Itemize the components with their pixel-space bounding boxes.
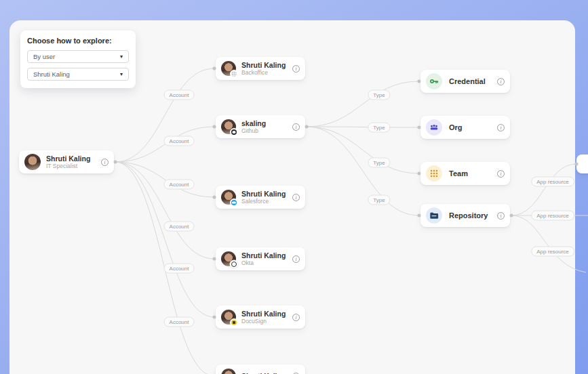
account-node-github[interactable]: skaling Github i (216, 115, 305, 138)
user-avatar (221, 251, 236, 266)
edge-connector-dot (114, 161, 117, 164)
account-name: Shruti Kaling (241, 61, 292, 69)
account-name: Shruti Kaling (241, 190, 292, 198)
edge-connector-dot (575, 163, 579, 166)
edge-connector-dot (305, 125, 309, 129)
user-node[interactable]: Shruti Kaling IT Specialist i (19, 150, 114, 173)
repository-folder-icon (426, 207, 442, 224)
edge-connector-dot (418, 126, 421, 129)
team-grid-icon (426, 165, 442, 182)
edge-label-account: Account (164, 90, 195, 100)
explore-mode-value: By user (33, 53, 55, 60)
explore-mode-dropdown[interactable]: By user ▾ (27, 50, 129, 63)
user-avatar (221, 190, 236, 205)
okta-badge-icon (230, 260, 238, 268)
account-node-backoffice[interactable]: Shruti Kaling Backoffice i (216, 57, 305, 80)
edge-label-app-resource: App resource (531, 177, 574, 187)
edge-connector-dot (213, 257, 216, 261)
user-subtitle: IT Specialist (46, 163, 101, 169)
edge-connector-dot (418, 214, 421, 217)
github-badge-icon (230, 128, 238, 136)
account-app: Okta (241, 259, 292, 266)
account-app: Salesforce (241, 198, 292, 205)
backoffice-badge-icon (230, 70, 238, 78)
edge-connector-dot (213, 125, 216, 129)
edge-label-account: Account (164, 222, 195, 232)
info-icon[interactable]: i (497, 78, 505, 85)
account-app: Backoffice (241, 69, 292, 76)
docusign-badge-icon (230, 318, 238, 327)
edge-label-type: Type (368, 158, 390, 168)
graph-canvas[interactable]: Account Account Account Account Account … (9, 20, 575, 374)
type-label: Org (449, 123, 497, 131)
explore-user-value: Shruti Kaling (33, 70, 70, 78)
account-node-okta[interactable]: Shruti Kaling Okta i (216, 247, 305, 270)
info-icon[interactable]: i (497, 212, 505, 220)
info-icon[interactable]: i (292, 314, 300, 321)
info-icon[interactable]: i (292, 123, 300, 131)
info-icon[interactable]: i (292, 255, 300, 263)
user-avatar (24, 154, 41, 170)
edge-connector-dot (213, 67, 216, 70)
account-node-docusign[interactable]: Shruti Kaling DocuSign i (216, 306, 305, 329)
edge-label-account: Account (164, 317, 195, 327)
explore-panel-title: Choose how to explore: (27, 37, 129, 45)
account-node-salesforce[interactable]: Shruti Kaling Salesforce i (216, 186, 305, 209)
explore-user-dropdown[interactable]: Shruti Kaling ▾ (27, 68, 129, 81)
edge-connector-dot (418, 172, 421, 175)
account-app: DocuSign (241, 318, 292, 325)
app-resource-node-clipped[interactable] (576, 154, 588, 173)
edge-label-type: Type (368, 123, 390, 133)
account-app: Github (241, 127, 292, 134)
info-icon[interactable]: i (292, 65, 300, 72)
info-icon[interactable]: i (497, 170, 505, 178)
key-icon (426, 73, 442, 89)
explore-panel: Choose how to explore: By user ▾ Shruti … (20, 30, 136, 88)
edge-label-account: Account (164, 264, 195, 274)
org-people-icon (426, 119, 442, 136)
salesforce-badge-icon (230, 199, 238, 207)
user-name: Shruti Kaling (46, 154, 101, 163)
type-label: Repository (449, 211, 497, 220)
edge-label-type: Type (368, 195, 390, 205)
user-avatar (221, 310, 236, 325)
edge-label-app-resource: App resource (531, 211, 574, 221)
account-node-clipped[interactable]: Shruti Kaling i (216, 365, 305, 374)
user-avatar (221, 119, 236, 134)
type-node-org[interactable]: Org i (420, 116, 510, 139)
type-node-credential[interactable]: Credential i (420, 70, 510, 93)
account-name: skaling (241, 119, 292, 127)
edge-label-account: Account (164, 180, 195, 190)
edge-connector-dot (213, 316, 216, 319)
info-icon[interactable]: i (292, 194, 300, 201)
info-icon[interactable]: i (497, 124, 505, 131)
edge-connector-dot (510, 214, 513, 217)
info-icon[interactable]: i (101, 159, 109, 166)
account-name: Shruti Kaling (241, 251, 292, 259)
type-label: Credential (449, 77, 497, 85)
type-label: Team (449, 169, 497, 178)
type-node-team[interactable]: Team i (420, 162, 510, 185)
type-node-repository[interactable]: Repository i (420, 204, 510, 227)
edge-label-app-resource: App resource (531, 247, 574, 257)
user-avatar (221, 369, 236, 374)
edge-connector-dot (213, 196, 216, 199)
edge-label-type: Type (368, 90, 390, 100)
edge-connector-dot (418, 80, 421, 83)
chevron-down-icon: ▾ (120, 71, 123, 77)
user-avatar (221, 61, 236, 76)
chevron-down-icon: ▾ (120, 54, 123, 60)
edge-label-account: Account (164, 136, 195, 146)
account-name: Shruti Kaling (241, 310, 292, 318)
